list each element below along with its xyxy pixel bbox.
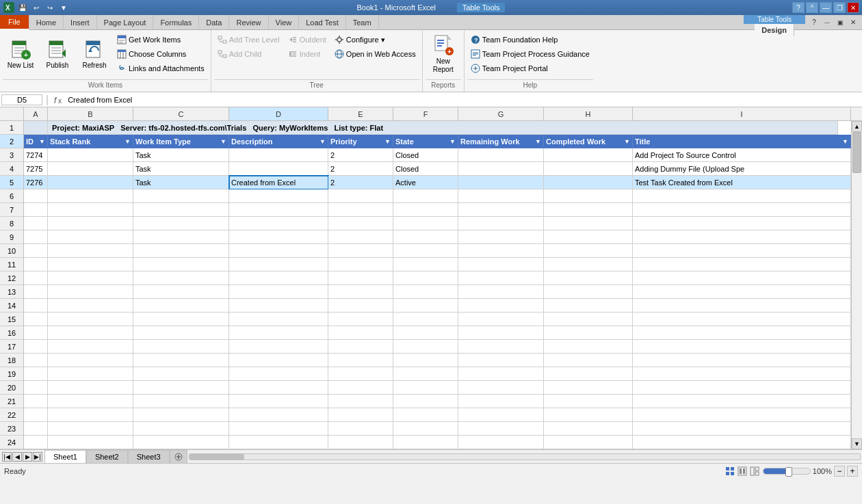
cell-4-e[interactable]: 2 <box>328 162 393 176</box>
col-header-stack-rank[interactable]: Stack Rank▼ <box>48 135 133 148</box>
cell-15-7[interactable] <box>544 313 633 326</box>
cell-24-2[interactable] <box>133 436 229 449</box>
add-child-button[interactable]: + Add Child <box>214 47 283 61</box>
team-project-process-button[interactable]: Team Project Process Guidance <box>467 47 593 61</box>
cell-11-last[interactable] <box>633 258 851 271</box>
cell-23-last[interactable] <box>633 422 851 436</box>
scroll-down-button[interactable]: ▼ <box>852 438 862 449</box>
cell-22-4[interactable] <box>328 408 393 422</box>
cell-16-last[interactable] <box>633 326 851 340</box>
cell-24-7[interactable] <box>544 436 633 449</box>
cell-22-2[interactable] <box>133 408 229 422</box>
cell-19-1[interactable] <box>48 367 133 381</box>
zoom-handle[interactable] <box>785 467 792 477</box>
cell-17-2[interactable] <box>133 340 229 354</box>
cell-13-7[interactable] <box>544 285 633 299</box>
cell-13-4[interactable] <box>328 285 393 299</box>
cell-10-7[interactable] <box>544 244 633 258</box>
cell-6-1[interactable] <box>48 189 133 203</box>
cell-20-3[interactable] <box>229 381 328 395</box>
cell-22-6[interactable] <box>458 408 544 422</box>
cell-17-1[interactable] <box>48 340 133 354</box>
col-header-g[interactable]: G <box>458 107 544 120</box>
cell-12-7[interactable] <box>544 271 633 285</box>
refresh-button[interactable]: Refresh <box>77 31 112 77</box>
cell-9-1[interactable] <box>48 230 133 244</box>
cell-reference-input[interactable] <box>1 94 42 105</box>
cell-5-d-active[interactable]: Created from Excel <box>229 176 328 189</box>
cell-15-2[interactable] <box>133 313 229 326</box>
cell-3-e[interactable]: 2 <box>328 148 393 162</box>
cell-17-6[interactable] <box>458 340 544 354</box>
team-project-portal-button[interactable]: Team Project Portal <box>467 62 593 75</box>
cell-3-b[interactable] <box>48 148 133 162</box>
cell-7-1[interactable] <box>48 203 133 217</box>
h-scroll-track[interactable] <box>189 453 861 460</box>
col-header-completed-work[interactable]: Completed Work▼ <box>544 135 633 148</box>
cell-18-0[interactable] <box>24 354 48 367</box>
horizontal-scrollbar[interactable] <box>187 450 862 463</box>
cell-8-1[interactable] <box>48 217 133 230</box>
cell-19-2[interactable] <box>133 367 229 381</box>
cell-7-7[interactable] <box>544 203 633 217</box>
cell-6-3[interactable] <box>229 189 328 203</box>
cell-6-7[interactable] <box>544 189 633 203</box>
redo-button[interactable]: ↪ <box>44 1 56 14</box>
cell-19-4[interactable] <box>328 367 393 381</box>
cell-9-0[interactable] <box>24 230 48 244</box>
cell-10-last[interactable] <box>633 244 851 258</box>
cell-21-5[interactable] <box>393 395 458 408</box>
col-header-priority[interactable]: Priority▼ <box>328 135 393 148</box>
cell-24-3[interactable] <box>229 436 328 449</box>
cell-9-4[interactable] <box>328 230 393 244</box>
normal-view-icon[interactable] <box>724 466 735 477</box>
cell-9-5[interactable] <box>393 230 458 244</box>
cell-22-last[interactable] <box>633 408 851 422</box>
cell-17-5[interactable] <box>393 340 458 354</box>
open-web-access-button[interactable]: Open in Web Access <box>331 47 419 61</box>
col-header-description[interactable]: Description▼ <box>229 135 328 148</box>
tab-formulas[interactable]: Formulas <box>153 15 199 29</box>
formula-input[interactable] <box>66 95 861 105</box>
cell-12-4[interactable] <box>328 271 393 285</box>
cell-15-5[interactable] <box>393 313 458 326</box>
sheet-tab-3[interactable]: Sheet3 <box>128 450 170 463</box>
tab-data[interactable]: Data <box>199 15 229 29</box>
cell-11-4[interactable] <box>328 258 393 271</box>
cell-20-5[interactable] <box>393 381 458 395</box>
cell-6-2[interactable] <box>133 189 229 203</box>
cell-16-3[interactable] <box>229 326 328 340</box>
cell-19-last[interactable] <box>633 367 851 381</box>
col-header-id[interactable]: ID▼ <box>24 135 48 148</box>
tab-home[interactable]: Home <box>29 15 64 29</box>
cell-22-5[interactable] <box>393 408 458 422</box>
cell-24-0[interactable] <box>24 436 48 449</box>
cell-5-i[interactable]: Test Task Created from Excel <box>633 176 851 189</box>
cell-13-last[interactable] <box>633 285 851 299</box>
cell-20-0[interactable] <box>24 381 48 395</box>
cell-9-2[interactable] <box>133 230 229 244</box>
cell-11-6[interactable] <box>458 258 544 271</box>
tab-last-button[interactable]: ▶| <box>33 452 42 462</box>
cell-13-5[interactable] <box>393 285 458 299</box>
get-work-items-button[interactable]: Get Work Items <box>114 33 208 47</box>
col-header-state[interactable]: State▼ <box>393 135 458 148</box>
sheet-tab-2[interactable]: Sheet2 <box>86 450 128 463</box>
cell-5-c[interactable]: Task <box>133 176 229 189</box>
save-button[interactable]: 💾 <box>16 1 29 14</box>
close-app-button[interactable]: ✕ <box>847 16 859 29</box>
cell-8-4[interactable] <box>328 217 393 230</box>
cell-3-h[interactable] <box>544 148 633 162</box>
cell-21-3[interactable] <box>229 395 328 408</box>
cell-7-2[interactable] <box>133 203 229 217</box>
col-header-d[interactable]: D <box>229 107 328 120</box>
add-sheet-button[interactable] <box>170 450 187 463</box>
cell-8-2[interactable] <box>133 217 229 230</box>
cell-17-7[interactable] <box>544 340 633 354</box>
vertical-scrollbar[interactable]: ▲ ▼ <box>851 121 862 449</box>
minimize-app-button[interactable]: — <box>821 16 833 29</box>
cell-5-f[interactable]: Active <box>393 176 458 189</box>
cell-23-6[interactable] <box>458 422 544 436</box>
cell-20-last[interactable] <box>633 381 851 395</box>
cell-7-4[interactable] <box>328 203 393 217</box>
